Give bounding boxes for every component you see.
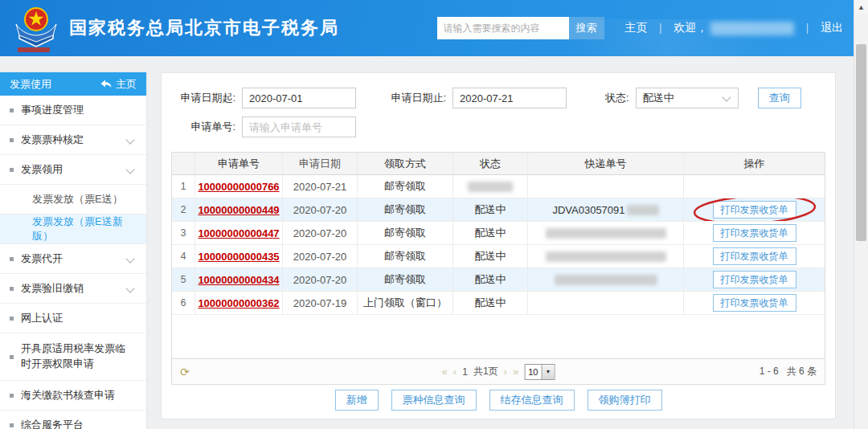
- date-to-label: 申请日期止:: [382, 91, 446, 105]
- status-value: 配送中: [453, 222, 528, 244]
- apply-no-link[interactable]: 10000000000434: [198, 274, 279, 286]
- apply-no-label: 申请单号:: [171, 120, 235, 134]
- separator: ｜: [802, 21, 813, 35]
- col-header-apply-no: 申请单号: [195, 153, 283, 174]
- row-index: 5: [172, 268, 195, 291]
- home-link[interactable]: 主页: [625, 21, 648, 35]
- scroll-up-icon[interactable]: ▲: [854, 0, 868, 14]
- sidebar-item-label: 海关缴款书核查申请: [21, 388, 115, 403]
- browser-scrollbar[interactable]: ▲: [854, 0, 868, 429]
- date-to-input[interactable]: [452, 88, 567, 108]
- print-receipt-button[interactable]: 打印发票收货单: [713, 271, 796, 288]
- sidebar-item-invoice-verify[interactable]: 发票验旧缴销: [0, 274, 146, 304]
- sidebar-item-label: 发票发放（票E送新版）: [32, 214, 137, 243]
- sidebar-item-label: 发票领用: [21, 162, 63, 178]
- sidebar-header: 发票使用 主页: [0, 72, 146, 96]
- apply-date: 2020-07-20: [283, 268, 358, 291]
- page-size-select[interactable]: 10 ▼: [524, 364, 555, 380]
- apply-date: 2020-07-20: [283, 198, 358, 221]
- sidebar-item-label: 开具原适用税率发票临时开票权限申请: [21, 341, 133, 372]
- current-page: 1: [462, 366, 468, 378]
- bullet-icon: [10, 168, 14, 172]
- tax-bureau-logo: [13, 3, 59, 53]
- col-header-date: 申请日期: [283, 153, 358, 174]
- scrollbar-thumb[interactable]: [856, 44, 866, 241]
- row-index: 3: [172, 222, 195, 244]
- sidebar-item-label: 事项进度管理: [21, 103, 84, 118]
- tax-emblem-icon: [13, 3, 59, 53]
- table-row: 4 10000000000435 2020-07-20 邮寄领取 配送中 打印发…: [172, 245, 825, 268]
- table-row: 2 10000000000449 2020-07-20 邮寄领取 配送中 JDV…: [172, 198, 825, 222]
- refresh-icon[interactable]: ⟳: [180, 366, 190, 378]
- col-header-method: 领取方式: [358, 153, 453, 174]
- bullet-icon: [10, 138, 14, 142]
- next-page-icon[interactable]: ›: [504, 366, 507, 377]
- header-search: 搜索: [437, 17, 604, 39]
- pickup-method: 上门领取（窗口）: [358, 292, 453, 314]
- pickup-method: 邮寄领取: [358, 175, 453, 198]
- sidebar-item-invoice-type[interactable]: 发票票种核定: [0, 125, 146, 155]
- sidebar-item-online-auth[interactable]: 网上认证: [0, 304, 146, 333]
- print-receipt-button[interactable]: 打印发票收货单: [713, 224, 796, 242]
- sidebar-subitem-invoice-dispatch[interactable]: 发票发放（票E送）: [0, 185, 146, 214]
- sidebar-home-link[interactable]: 主页: [100, 77, 137, 92]
- sidebar-item-service-platform[interactable]: 综合服务平台: [0, 411, 146, 429]
- sidebar-item-label: 综合服务平台: [21, 418, 84, 429]
- print-receipt-button[interactable]: 打印发票收货单: [713, 294, 796, 312]
- apply-no-input[interactable]: [242, 116, 356, 137]
- main-content: 申请日期起: 申请日期止: 状态: 配送中 查询 申请单号: 申请单号 申请日期…: [161, 72, 836, 419]
- chevron-down-icon: [125, 284, 134, 292]
- page-title: 国家税务总局北京市电子税务局: [69, 16, 339, 40]
- sidebar-item-invoice-issue[interactable]: 发票代开: [0, 244, 146, 274]
- status-select[interactable]: 配送中: [636, 88, 739, 108]
- sidebar-subitem-invoice-dispatch-new[interactable]: 发票发放（票E送新版）: [0, 214, 146, 244]
- purchase-book-print-button[interactable]: 领购簿打印: [588, 390, 662, 411]
- first-page-icon[interactable]: «: [442, 366, 448, 377]
- query-button[interactable]: 查询: [758, 88, 801, 108]
- invoice-type-query-button[interactable]: 票种信息查询: [391, 390, 477, 411]
- bullet-icon: [10, 355, 14, 359]
- sidebar-item-label: 发票验旧缴销: [21, 281, 84, 296]
- header-links: 主页 ｜ 欢迎， ｜ 退出: [625, 21, 843, 35]
- pagination-bar: ⟳ « ‹ 1 共1页 › » 10 ▼ 1 - 6 共 6 条: [172, 358, 825, 384]
- separator: ｜: [656, 21, 666, 35]
- action-cell: 打印发票收货单: [684, 292, 825, 314]
- sidebar-item-customs-check[interactable]: 海关缴款书核查申请: [0, 381, 146, 411]
- logout-link[interactable]: 退出: [821, 21, 843, 35]
- chevron-down-icon: [125, 135, 134, 144]
- express-no-redacted: [555, 275, 657, 285]
- status-value: 配送中: [453, 245, 528, 268]
- apply-no-link[interactable]: 10000000000766: [198, 181, 279, 193]
- pickup-method: 邮寄领取: [358, 222, 453, 244]
- apply-date: 2020-07-20: [283, 245, 358, 268]
- sidebar-item-temp-permission[interactable]: 开具原适用税率发票临时开票权限申请: [0, 333, 146, 381]
- apply-date: 2020-07-19: [283, 292, 358, 314]
- express-no-text: JDVA03057091: [552, 204, 624, 216]
- date-from-input[interactable]: [242, 88, 356, 108]
- chevron-down-icon: [722, 92, 731, 101]
- print-receipt-button[interactable]: 打印发票收货单: [713, 247, 796, 265]
- last-page-icon[interactable]: »: [513, 366, 518, 377]
- print-receipt-button[interactable]: 打印发票收货单: [713, 201, 796, 219]
- range-text: 1 - 6: [760, 366, 779, 377]
- search-input[interactable]: [437, 17, 569, 39]
- bullet-icon: [10, 108, 14, 112]
- sidebar-item-progress[interactable]: 事项进度管理: [0, 96, 146, 125]
- apply-no-link[interactable]: 10000000000362: [198, 297, 279, 309]
- search-button[interactable]: 搜索: [569, 17, 604, 39]
- sidebar-item-invoice-receive[interactable]: 发票领用: [0, 155, 146, 185]
- page-size-value: 10: [525, 367, 541, 377]
- pager-controls: « ‹ 1 共1页 › » 10 ▼: [442, 359, 555, 384]
- balance-info-query-button[interactable]: 结存信息查询: [489, 390, 575, 411]
- sidebar: 发票使用 主页 事项进度管理 发票票种核定 发票领用 发票发放（票E送）: [0, 72, 146, 429]
- prev-page-icon[interactable]: ‹: [453, 366, 457, 377]
- apply-no-link[interactable]: 10000000000447: [198, 227, 279, 239]
- status-value: 配送中: [453, 198, 528, 221]
- pickup-method: 邮寄领取: [358, 245, 453, 268]
- apply-no-link[interactable]: 10000000000449: [198, 204, 279, 216]
- apply-no-link[interactable]: 10000000000435: [198, 251, 279, 263]
- table-row: 1 10000000000766 2020-07-21 邮寄领取: [172, 175, 825, 198]
- pickup-method: 邮寄领取: [358, 198, 453, 221]
- row-index: 1: [172, 175, 195, 198]
- add-new-button[interactable]: 新增: [335, 390, 379, 411]
